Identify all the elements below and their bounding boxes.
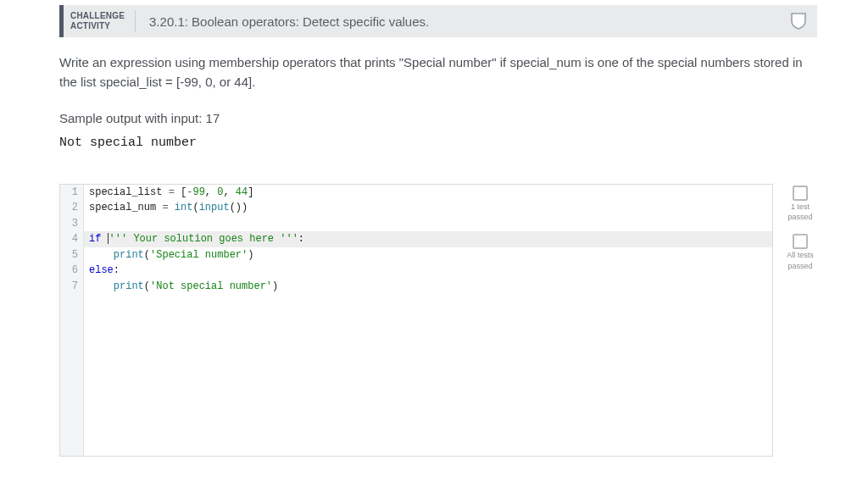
code-line: 3: [60, 216, 772, 232]
code-line: 1 special_list = [-99, 0, 44]: [60, 185, 772, 201]
line-number: 1: [60, 185, 84, 201]
test-status-item: 1 test passed: [787, 186, 812, 223]
code-content: [84, 216, 89, 232]
challenge-label: CHALLENGE ACTIVITY: [64, 5, 135, 37]
challenge-label-line1: CHALLENGE: [70, 11, 125, 21]
code-content: special_num = int(input()): [84, 200, 248, 216]
challenge-label-line2: ACTIVITY: [70, 21, 125, 31]
test-status-line1: 1 test: [791, 202, 810, 212]
checkbox-icon: [793, 186, 808, 201]
sample-output-value: Not special number: [59, 136, 817, 150]
editor-row: 1 special_list = [-99, 0, 44] 2 special_…: [59, 184, 817, 457]
code-editor[interactable]: 1 special_list = [-99, 0, 44] 2 special_…: [59, 184, 773, 457]
checkbox-icon: [793, 234, 808, 249]
line-number: 4: [60, 231, 84, 247]
code-line: 5 print('Special number'): [60, 247, 772, 263]
code-line: 7 print('Not special number'): [60, 279, 772, 295]
line-number: 2: [60, 200, 84, 216]
test-status-line2: passed: [787, 262, 812, 271]
code-line: 6 else:: [60, 263, 772, 279]
code-content: print('Special number'): [84, 247, 253, 263]
challenge-header: CHALLENGE ACTIVITY 3.20.1: Boolean opera…: [59, 5, 817, 37]
test-status-panel: 1 test passed All tests passed: [783, 184, 817, 271]
code-line-active: 4 if ''' Your solution goes here ''':: [60, 231, 772, 247]
code-line: 2 special_num = int(input()): [60, 200, 772, 216]
sample-output-label: Sample output with input: 17: [59, 111, 817, 125]
pocket-icon: [788, 11, 809, 31]
code-content: if ''' Your solution goes here ''':: [84, 231, 304, 247]
text-cursor: [108, 233, 108, 244]
bookmark-button[interactable]: [788, 5, 817, 37]
line-number: 7: [60, 279, 84, 295]
line-number: 6: [60, 263, 84, 279]
test-status-line1: All tests: [787, 251, 814, 260]
code-content: print('Not special number'): [84, 279, 278, 295]
editor-blank-area[interactable]: [60, 295, 772, 456]
code-content: special_list = [-99, 0, 44]: [84, 185, 253, 201]
code-content: else:: [84, 263, 120, 279]
instructions-text: Write an expression using membership ope…: [59, 53, 817, 92]
line-number: 3: [60, 216, 84, 232]
test-status-item: All tests passed: [787, 234, 814, 271]
test-status-line2: passed: [787, 213, 812, 222]
line-number: 5: [60, 247, 84, 263]
activity-container: CHALLENGE ACTIVITY 3.20.1: Boolean opera…: [0, 5, 868, 457]
challenge-title: 3.20.1: Boolean operators: Detect specif…: [136, 5, 788, 37]
